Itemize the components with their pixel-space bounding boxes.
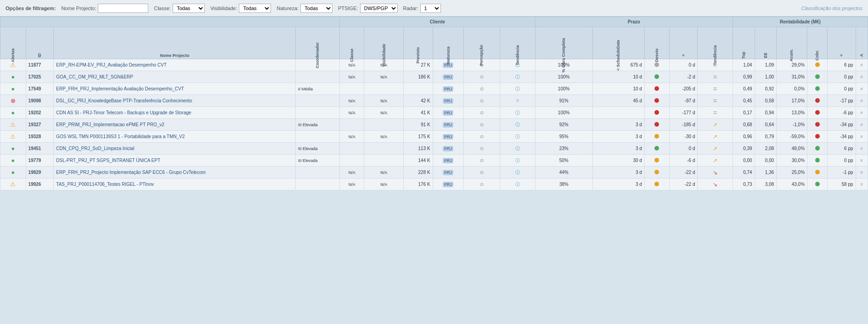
cell-alert: ⚠ — [0, 119, 26, 131]
cell-nome[interactable]: ERP_RH-EPM-EV_PRJ_Avaliação Desempenho C… — [54, 59, 296, 71]
cell-cobr: -34 pp — [827, 119, 856, 131]
visibilidade-select[interactable]: TodasBaixaMédiaElevada — [239, 4, 271, 13]
col-obra[interactable]: % Obra Completa — [535, 27, 592, 59]
cell-percepcao: ⊙ — [464, 119, 500, 131]
col-cobr[interactable]: Cobr. — [807, 27, 828, 59]
cell-nome[interactable]: CDN_CPQ_PRJ_SoD_Limpeza Inicial — [54, 143, 296, 155]
cell-menu[interactable]: ≡ — [856, 107, 868, 119]
cell-acum: 25,0% — [777, 167, 807, 179]
cell-desvio-dot — [644, 71, 669, 83]
cell-menu[interactable]: ≡ — [856, 143, 868, 155]
cell-alert: ● — [0, 71, 26, 83]
col-id[interactable]: ID — [26, 27, 54, 59]
cell-nome[interactable]: GOA_CC_OM_PRJ_MLT_SGN&ERP — [54, 71, 296, 83]
table-row: ⚠ 19926 TAS_PRJ_P000114706_Testes RIGEL … — [0, 179, 868, 190]
cell-nome[interactable]: ERP_FRH_PRJ_Implementação Avaliação Dese… — [54, 83, 296, 95]
col-classe[interactable]: Classe — [340, 27, 364, 59]
cell-nome[interactable]: CDN AS SI - PRJ-Timor Telecom - Backups … — [54, 107, 296, 119]
col-acum[interactable]: Acum. — [777, 27, 807, 59]
cell-top: 0,96 — [733, 131, 755, 143]
cell-menu[interactable]: ≡ — [856, 95, 868, 107]
table-row: ● 17025 GOA_CC_OM_PRJ_MLT_SGN&ERP N/A N/… — [0, 71, 868, 83]
classe-select[interactable]: TodasIIIIII — [173, 4, 205, 13]
col-desvio[interactable]: Desvio — [644, 27, 669, 59]
col-top[interactable]: Top — [733, 27, 755, 59]
cell-nome[interactable]: DSL-PRT_PRJ_PT SGPS_INTRANET ÚNICA EPT — [54, 155, 296, 167]
cell-obra: 23% — [535, 143, 592, 155]
col-alertas[interactable]: Alertas — [0, 27, 26, 59]
col-previsto[interactable]: Previsto — [404, 27, 433, 59]
cell-ee: 1,36 — [755, 167, 777, 179]
natureza-select[interactable]: TodasPRJSRV — [300, 4, 333, 13]
cell-top: 0,49 — [733, 83, 755, 95]
col-cobr-lt[interactable]: < — [827, 27, 856, 59]
table-body: ⚠ 11877 ERP_RH-EPM-EV_PRJ_Avaliação Dese… — [0, 59, 868, 190]
col-visibilidade[interactable]: Visibilidade — [364, 27, 404, 59]
cell-alert: ● — [0, 143, 26, 155]
cell-alert: ● — [0, 167, 26, 179]
table-row: ⚠ 11877 ERP_RH-EPM-EV_PRJ_Avaliação Dese… — [0, 59, 868, 71]
cell-menu[interactable]: ≡ — [856, 59, 868, 71]
col-percepcao[interactable]: Percepção — [464, 27, 500, 59]
alert-ok-icon: ● — [11, 157, 15, 164]
nome-projecto-input[interactable] — [98, 4, 148, 13]
cell-desvio-val: -177 d — [669, 107, 698, 119]
trend-up-icon: ↗ — [713, 134, 717, 140]
cell-nome[interactable]: GOS WSL TMN P0001139S3 1 - Portabilidade… — [54, 131, 296, 143]
col-schedule[interactable]: < ScheduleDate — [592, 27, 644, 59]
cell-tendencia-cliente: ⓘ — [500, 71, 535, 83]
col-natureza[interactable]: Natureza — [433, 27, 463, 59]
cell-coordenador — [295, 131, 339, 143]
cell-classe: N/A — [340, 71, 364, 83]
cell-visibilidade: N/A — [364, 71, 404, 83]
cell-schedule — [592, 107, 644, 119]
alert-ok-icon: ● — [11, 109, 15, 116]
col-ee[interactable]: EE — [755, 27, 777, 59]
cell-tendencia-cliente: ⓘ — [500, 143, 535, 155]
cell-menu[interactable]: ≡ — [856, 119, 868, 131]
cell-menu[interactable]: ≡ — [856, 131, 868, 143]
status-dot — [815, 98, 820, 103]
col-tendencia-prazo[interactable]: Tendência — [698, 27, 733, 59]
cell-nome[interactable]: TAS_PRJ_P000114706_Testes RIGEL - PTInov — [54, 179, 296, 190]
trend-down-icon: ↘ — [713, 169, 717, 176]
trend-up-icon: ↗ — [713, 145, 717, 152]
cell-visibilidade — [364, 119, 404, 131]
cell-menu[interactable]: ≡ — [856, 179, 868, 190]
cell-nome[interactable]: ERP_PRIM_PRJ_Implementacao ePME PT PRO_v… — [54, 119, 296, 131]
cell-cobr: -1 pp — [827, 167, 856, 179]
cell-desvio-val: 0 d — [669, 143, 698, 155]
col-nome[interactable]: Nome Projecto — [54, 27, 296, 59]
cell-coordenador: II Média — [295, 83, 339, 95]
status-dot — [654, 98, 659, 103]
cell-ee: 3,08 — [755, 179, 777, 190]
col-prazo-lt[interactable]: < — [669, 27, 698, 59]
radar-select[interactable]: 123 — [420, 4, 441, 13]
alert-ok-icon: ● — [11, 145, 15, 152]
nome-projecto-group: Nome Projecto: — [61, 4, 148, 13]
cell-menu[interactable]: ≡ — [856, 167, 868, 179]
cell-nome[interactable]: ERP_FRH_PRJ_Projecto Implementação SAP E… — [54, 167, 296, 179]
cell-desvio-val: -22 d — [669, 179, 698, 190]
col-tendencia-cliente[interactable]: Tendência — [500, 27, 535, 59]
cell-cobr: 58 pp — [827, 179, 856, 190]
ptsige-select[interactable]: DWS/PGPPMOOutro — [360, 4, 398, 13]
cell-nome[interactable]: DSL_GC_PRJ_KnowledgeBase PTP-Transferênc… — [54, 95, 296, 107]
col-coordenador[interactable]: Coordenador — [295, 27, 339, 59]
col-a[interactable]: A — [856, 27, 868, 59]
cell-menu[interactable]: ≡ — [856, 71, 868, 83]
trend-up-icon: ↗ — [713, 157, 717, 164]
cell-menu[interactable]: ≡ — [856, 155, 868, 167]
cell-cobr-dot — [807, 107, 828, 119]
cell-natureza: PRJ — [433, 167, 463, 179]
cell-top: 0,00 — [733, 155, 755, 167]
cell-classe — [340, 119, 364, 131]
cell-alert: ● — [0, 155, 26, 167]
cell-menu[interactable]: ≡ — [856, 83, 868, 95]
cell-acum: 0,0% — [777, 83, 807, 95]
trend-equal-icon: = — [713, 73, 717, 81]
cell-top: 0,17 — [733, 107, 755, 119]
cell-classe — [340, 155, 364, 167]
cell-percepcao: ⊙ — [464, 71, 500, 83]
cell-previsto — [404, 83, 433, 95]
